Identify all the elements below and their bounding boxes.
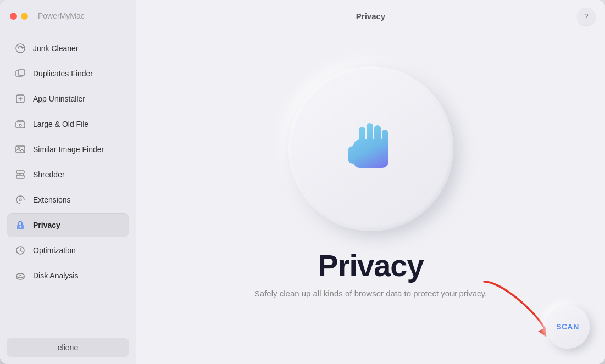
sidebar-item-label: Optimization	[33, 246, 76, 255]
extensions-icon	[14, 194, 26, 206]
main-content: Privacy ?	[136, 0, 605, 364]
help-button[interactable]: ?	[578, 8, 595, 25]
svg-rect-2	[18, 70, 25, 75]
scan-button[interactable]: SCAN	[546, 305, 590, 349]
optimization-icon	[14, 244, 26, 256]
sidebar-footer: eliene	[0, 331, 136, 364]
sidebar-item-label: Privacy	[33, 221, 60, 229]
traffic-lights	[10, 13, 28, 20]
arrow-indicator	[479, 276, 545, 331]
svg-rect-21	[348, 146, 358, 164]
svg-point-15	[19, 275, 21, 276]
svg-rect-8	[16, 171, 24, 173]
sidebar-item-similar-image-finder[interactable]: Similar Image Finder	[7, 137, 129, 161]
privacy-icon	[14, 219, 26, 231]
privacy-icon-circle	[288, 66, 453, 231]
svg-rect-10	[19, 199, 21, 201]
sidebar-item-junk-cleaner[interactable]: Junk Cleaner	[7, 36, 129, 60]
svg-rect-20	[353, 139, 388, 168]
sidebar-item-optimization[interactable]: Optimization	[7, 238, 129, 262]
sidebar-item-label: Similar Image Finder	[33, 145, 104, 154]
sidebar-item-large-old-file[interactable]: Large & Old File	[7, 112, 129, 136]
junk-cleaner-icon	[14, 42, 26, 54]
sidebar-item-label: Disk Analysis	[33, 271, 78, 280]
app-name: PowerMyMac	[38, 12, 85, 20]
minimize-button[interactable]	[21, 13, 28, 20]
svg-point-12	[20, 226, 21, 228]
sidebar-item-extensions[interactable]: Extensions	[7, 188, 129, 212]
sidebar-item-duplicates-finder[interactable]: Duplicates Finder	[7, 61, 129, 86]
user-button[interactable]: eliene	[7, 338, 129, 357]
sidebar-item-label: Large & Old File	[33, 120, 88, 128]
sidebar-item-privacy[interactable]: Privacy	[7, 213, 129, 237]
sidebar-item-label: App Uninstaller	[33, 94, 85, 103]
privacy-hand-icon	[343, 119, 398, 179]
sidebar-item-label: Junk Cleaner	[33, 44, 79, 53]
sidebar-item-shredder[interactable]: Shredder	[7, 163, 129, 187]
scan-button-container: SCAN	[546, 305, 590, 349]
app-window: PowerMyMac Junk Cleaner	[0, 0, 605, 364]
sidebar-item-disk-analysis[interactable]: Disk Analysis	[7, 264, 129, 288]
section-subtitle: Safely clean up all kinds of browser dat…	[254, 289, 487, 298]
page-title: Privacy	[356, 12, 385, 21]
sidebar-item-label: Extensions	[33, 195, 70, 204]
sidebar-item-app-uninstaller[interactable]: App Uninstaller	[7, 87, 129, 111]
sidebar-nav: Junk Cleaner Duplicates Finder	[0, 32, 136, 331]
sidebar-item-label: Duplicates Finder	[33, 69, 93, 78]
sidebar-header: PowerMyMac	[0, 0, 136, 32]
shredder-icon	[14, 169, 26, 181]
app-uninstaller-icon	[14, 93, 26, 105]
disk-analysis-icon	[14, 270, 26, 282]
duplicates-finder-icon	[14, 68, 26, 80]
large-old-file-icon	[14, 118, 26, 130]
similar-image-finder-icon	[14, 143, 26, 155]
svg-point-5	[19, 124, 21, 126]
sidebar: PowerMyMac Junk Cleaner	[0, 0, 136, 364]
svg-rect-4	[16, 122, 25, 128]
close-button[interactable]	[10, 13, 17, 20]
sidebar-item-label: Shredder	[33, 170, 65, 179]
title-bar: Privacy	[136, 0, 605, 32]
svg-point-0	[16, 44, 25, 53]
svg-rect-9	[16, 175, 24, 178]
section-title: Privacy	[318, 248, 423, 283]
